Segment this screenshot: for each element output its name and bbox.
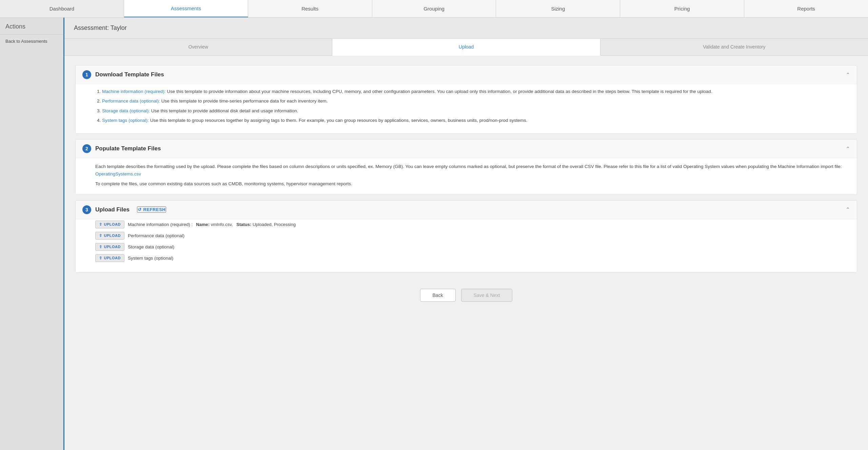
- upload-label-performance: Performance data (optional): [128, 233, 184, 238]
- section-upload: 3 Upload Files ↺ REFRESH ⌃ ⇧ UP: [75, 200, 857, 273]
- sub-tab-validate[interactable]: Validate and Create Inventory: [600, 39, 868, 55]
- refresh-button[interactable]: ↺ REFRESH: [137, 206, 166, 213]
- tab-dashboard[interactable]: Dashboard: [0, 0, 124, 17]
- back-to-assessments-link[interactable]: Back to Assessments: [0, 35, 63, 48]
- performance-data-desc: Use this template to provide time-series…: [160, 98, 328, 104]
- refresh-label: REFRESH: [143, 207, 166, 212]
- upload-icon-performance: ⇧: [99, 233, 102, 238]
- upload-btn-storage[interactable]: ⇧ UPLOAD: [95, 243, 124, 251]
- upload-row-tags: ⇧ UPLOAD System tags (optional): [95, 254, 850, 262]
- upload-icon-tags: ⇧: [99, 256, 102, 260]
- system-tags-desc: Use this template to group resources tog…: [149, 118, 528, 123]
- tab-pricing[interactable]: Pricing: [620, 0, 744, 17]
- section-3-number: 3: [82, 205, 91, 214]
- section-3-body: ⇧ UPLOAD Machine information (required) …: [76, 219, 857, 272]
- bottom-bar: Back Save & Next: [75, 278, 857, 308]
- back-button[interactable]: Back: [420, 289, 456, 302]
- refresh-icon: ↺: [138, 207, 142, 212]
- upload-icon-storage: ⇧: [99, 245, 102, 249]
- section-2-number: 2: [82, 144, 91, 153]
- upload-btn-performance[interactable]: ⇧ UPLOAD: [95, 232, 124, 240]
- assessment-title: Assessment: Taylor: [64, 18, 868, 39]
- list-item: System tags (optional): Use this templat…: [102, 117, 850, 124]
- actions-header: Actions: [0, 18, 63, 35]
- section-3-chevron: ⌃: [846, 206, 850, 213]
- tab-results[interactable]: Results: [248, 0, 372, 17]
- machine-info-desc: Use this template to provide information…: [166, 89, 712, 94]
- populate-para1: Each template describes the formatting u…: [95, 163, 850, 177]
- upload-icon-machine: ⇧: [99, 222, 102, 227]
- upload-label-tags: System tags (optional): [128, 256, 173, 261]
- tab-sizing[interactable]: Sizing: [496, 0, 620, 17]
- upload-btn-label-performance: UPLOAD: [104, 233, 121, 238]
- panel-content: 1 Download Template Files ⌃ Machine info…: [64, 56, 868, 318]
- tab-grouping[interactable]: Grouping: [372, 0, 496, 17]
- section-3-title: Upload Files: [95, 206, 130, 213]
- section-1-title: Download Template Files: [95, 71, 164, 78]
- tab-reports[interactable]: Reports: [744, 0, 868, 17]
- section-populate-header[interactable]: 2 Populate Template Files ⌃: [76, 139, 857, 158]
- upload-row-storage: ⇧ UPLOAD Storage data (optional): [95, 243, 850, 251]
- section-download-header[interactable]: 1 Download Template Files ⌃: [76, 65, 857, 84]
- section-2-body: Each template describes the formatting u…: [76, 158, 857, 194]
- list-item: Storage data (optional): Use this templa…: [102, 108, 850, 114]
- list-item: Performance data (optional): Use this te…: [102, 98, 850, 105]
- populate-para2: To complete the files, use common existi…: [95, 180, 850, 188]
- upload-label-storage: Storage data (optional): [128, 244, 174, 249]
- upload-btn-label-storage: UPLOAD: [104, 245, 121, 249]
- system-tags-link[interactable]: System tags (optional):: [102, 118, 149, 123]
- section-2-chevron: ⌃: [846, 146, 850, 152]
- section-populate: 2 Populate Template Files ⌃ Each templat…: [75, 139, 857, 195]
- upload-row-machine: ⇧ UPLOAD Machine information (required) …: [95, 221, 850, 228]
- section-1-chevron: ⌃: [846, 72, 850, 78]
- section-1-number: 1: [82, 70, 91, 79]
- upload-btn-machine[interactable]: ⇧ UPLOAD: [95, 221, 124, 228]
- sidebar: Actions Back to Assessments: [0, 18, 64, 450]
- performance-data-link[interactable]: Performance data (optional):: [102, 98, 160, 104]
- sub-tab-upload[interactable]: Upload: [332, 39, 600, 56]
- download-list: Machine information (required): Use this…: [95, 88, 850, 124]
- operating-systems-link[interactable]: OperatingSystems.csv: [95, 171, 141, 176]
- upload-row-performance: ⇧ UPLOAD Performance data (optional): [95, 232, 850, 240]
- section-download: 1 Download Template Files ⌃ Machine info…: [75, 65, 857, 134]
- machine-info-link[interactable]: Machine information (required):: [102, 89, 166, 94]
- upload-name-label: Name: vmInfo.csv, Status: Uploaded, Proc…: [196, 222, 296, 227]
- section-1-body: Machine information (required): Use this…: [76, 84, 857, 133]
- save-next-button: Save & Next: [461, 289, 513, 302]
- upload-label-machine: Machine information (required) :: [128, 222, 193, 227]
- sub-tabs: Overview Upload Validate and Create Inve…: [64, 39, 868, 56]
- section-upload-header[interactable]: 3 Upload Files ↺ REFRESH ⌃: [76, 201, 857, 219]
- content-area: Assessment: Taylor Overview Upload Valid…: [64, 18, 868, 450]
- list-item: Machine information (required): Use this…: [102, 88, 850, 95]
- upload-btn-label-tags: UPLOAD: [104, 256, 121, 260]
- upload-btn-tags[interactable]: ⇧ UPLOAD: [95, 254, 124, 262]
- storage-data-link[interactable]: Storage data (optional):: [102, 108, 150, 113]
- upload-btn-label-machine: UPLOAD: [104, 222, 121, 226]
- section-2-title: Populate Template Files: [95, 145, 161, 152]
- storage-data-desc: Use this template to provide additional …: [150, 108, 298, 113]
- sub-tab-overview[interactable]: Overview: [64, 39, 332, 55]
- top-nav: Dashboard Assessments Results Grouping S…: [0, 0, 868, 18]
- tab-assessments[interactable]: Assessments: [124, 0, 248, 17]
